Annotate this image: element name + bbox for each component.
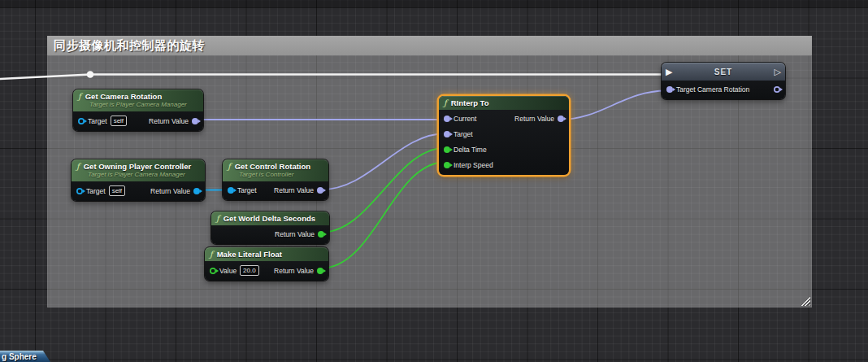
blueprint-graph[interactable]: 同步摄像机和控制器的旋转 ƒ Get Camera Rotation Targe… — [0, 0, 868, 362]
value-literal-box[interactable]: 20.0 — [240, 265, 259, 276]
node-header: ƒ Make Literal Float — [205, 247, 328, 261]
pin-label: Return Value — [274, 186, 314, 194]
pin-label: Return Value — [150, 187, 190, 195]
node-get-control-rotation[interactable]: ƒ Get Control Rotation Target is Control… — [223, 159, 328, 200]
return-value-output-pin[interactable] — [317, 268, 323, 274]
node-title: Get World Delta Seconds — [224, 214, 315, 223]
target-input-pin[interactable] — [76, 188, 83, 194]
node-title: Get Owning Player Controller — [84, 162, 192, 171]
function-icon: ƒ — [76, 163, 80, 171]
node-subtitle: Target is Player Camera Manager — [89, 101, 198, 109]
pin-label: Target — [88, 117, 107, 125]
pin-label: Value — [219, 267, 237, 275]
target-input-pin[interactable] — [444, 131, 450, 137]
node-title: RInterp To — [451, 98, 489, 107]
return-value-output-pin[interactable] — [318, 231, 324, 238]
wire-control-rotation-to-target[interactable] — [322, 133, 446, 190]
function-icon: ƒ — [444, 99, 447, 107]
pin-label: Interp Speed — [454, 161, 493, 169]
exec-in-pin[interactable]: ▶ — [666, 68, 672, 76]
wire-literal-float-to-interp-speed[interactable] — [320, 162, 446, 268]
interp-speed-input-pin[interactable] — [444, 162, 450, 168]
pin-label: Return Value — [274, 267, 314, 275]
node-subtitle: Target is Player Camera Manager — [88, 171, 200, 179]
node-header: ƒ Get Camera Rotation Target is Player C… — [73, 89, 203, 111]
self-literal-box[interactable]: self — [109, 185, 125, 196]
pin-label: Current — [454, 115, 476, 123]
return-value-output-pin[interactable] — [317, 187, 323, 194]
node-set-target-camera-rotation[interactable]: ▶ SET ▷ Target Camera Rotation — [662, 63, 785, 99]
pin-label: Target — [237, 186, 257, 194]
self-literal-box[interactable]: self — [111, 116, 127, 126]
wire-rinterp-to-set[interactable] — [559, 91, 666, 120]
function-icon: ƒ — [216, 215, 219, 223]
current-input-pin[interactable] — [444, 116, 450, 122]
node-title: Make Literal Float — [217, 250, 282, 259]
wire-delta-seconds-to-delta-time[interactable] — [320, 148, 446, 233]
pin-label: Delta Time — [454, 146, 487, 154]
exec-wire[interactable] — [0, 75, 664, 80]
pin-label: Target — [86, 187, 106, 195]
function-icon: ƒ — [228, 163, 231, 171]
asset-tab[interactable]: g Sphere — [0, 351, 50, 362]
function-icon: ƒ — [210, 251, 213, 259]
value-input-pin[interactable] — [210, 268, 216, 274]
node-header: ƒ Get Owning Player Controller Target is… — [72, 159, 205, 181]
node-title: Get Camera Rotation — [85, 92, 163, 101]
reroute-node[interactable] — [87, 71, 94, 78]
node-make-literal-float[interactable]: ƒ Make Literal Float Value 20.0 Return V… — [205, 247, 328, 281]
exec-out-pin[interactable]: ▷ — [775, 68, 781, 76]
variable-output-pin[interactable] — [774, 86, 780, 93]
target-input-pin[interactable] — [78, 118, 85, 124]
node-title: Get Control Rotation — [235, 162, 310, 171]
return-value-output-pin[interactable] — [192, 118, 198, 124]
node-header: ▶ SET ▷ — [662, 63, 785, 81]
node-rinterp-to[interactable]: ƒ RInterp To Current Return Value Target… — [439, 96, 569, 175]
node-subtitle: Target is Controller — [239, 171, 323, 179]
return-value-output-pin[interactable] — [193, 188, 200, 194]
function-icon: ƒ — [78, 93, 81, 101]
node-header: ƒ Get Control Rotation Target is Control… — [223, 159, 328, 181]
delta-time-input-pin[interactable] — [444, 146, 450, 153]
target-input-pin[interactable] — [228, 187, 234, 194]
node-header: ƒ RInterp To — [439, 96, 569, 110]
node-header: ƒ Get World Delta Seconds — [211, 212, 329, 225]
node-get-camera-rotation[interactable]: ƒ Get Camera Rotation Target is Player C… — [73, 89, 203, 131]
variable-input-pin[interactable] — [666, 86, 673, 93]
pin-label: Return Value — [275, 230, 315, 238]
return-value-output-pin[interactable] — [558, 116, 564, 122]
pin-label: Return Value — [149, 117, 189, 125]
node-get-world-delta-seconds[interactable]: ƒ Get World Delta Seconds Return Value — [211, 212, 329, 244]
node-title: SET — [675, 68, 770, 76]
node-get-owning-player-controller[interactable]: ƒ Get Owning Player Controller Target is… — [72, 159, 205, 201]
pin-label: Target Camera Rotation — [676, 85, 749, 94]
pin-label: Target — [454, 130, 473, 138]
pin-label: Return Value — [514, 115, 554, 123]
